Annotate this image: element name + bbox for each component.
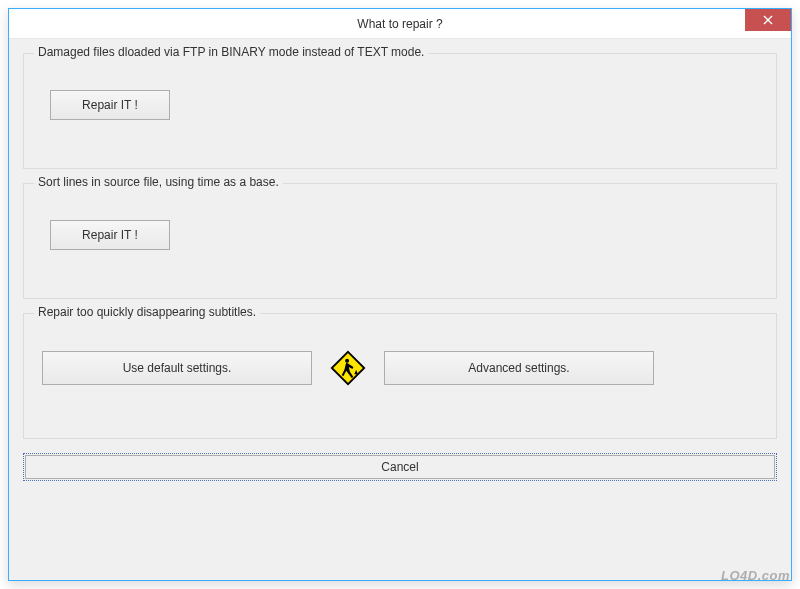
dialog-window: What to repair ? Damaged files dloaded v…: [8, 8, 792, 581]
titlebar: What to repair ?: [9, 9, 791, 39]
svg-point-3: [345, 359, 349, 363]
group-sort-label: Sort lines in source file, using time as…: [34, 175, 283, 189]
cancel-row: Cancel: [23, 453, 777, 481]
group-subtitles: Repair too quickly disappearing subtitle…: [23, 313, 777, 439]
subtitles-button-row: Use default settings. Advanced settings.: [42, 350, 758, 386]
close-icon: [763, 15, 773, 25]
group-ftp-label: Damaged files dloaded via FTP in BINARY …: [34, 45, 428, 59]
group-subtitles-label: Repair too quickly disappearing subtitle…: [34, 305, 260, 319]
dialog-body: Damaged files dloaded via FTP in BINARY …: [9, 39, 791, 580]
construction-sign-icon: [330, 350, 366, 386]
repair-sort-button[interactable]: Repair IT !: [50, 220, 170, 250]
close-button[interactable]: [745, 9, 791, 31]
group-sort-lines: Sort lines in source file, using time as…: [23, 183, 777, 299]
repair-ftp-button[interactable]: Repair IT !: [50, 90, 170, 120]
group-ftp-repair: Damaged files dloaded via FTP in BINARY …: [23, 53, 777, 169]
window-title: What to repair ?: [357, 17, 442, 31]
use-default-settings-button[interactable]: Use default settings.: [42, 351, 312, 385]
cancel-button[interactable]: Cancel: [23, 453, 777, 481]
advanced-settings-button[interactable]: Advanced settings.: [384, 351, 654, 385]
